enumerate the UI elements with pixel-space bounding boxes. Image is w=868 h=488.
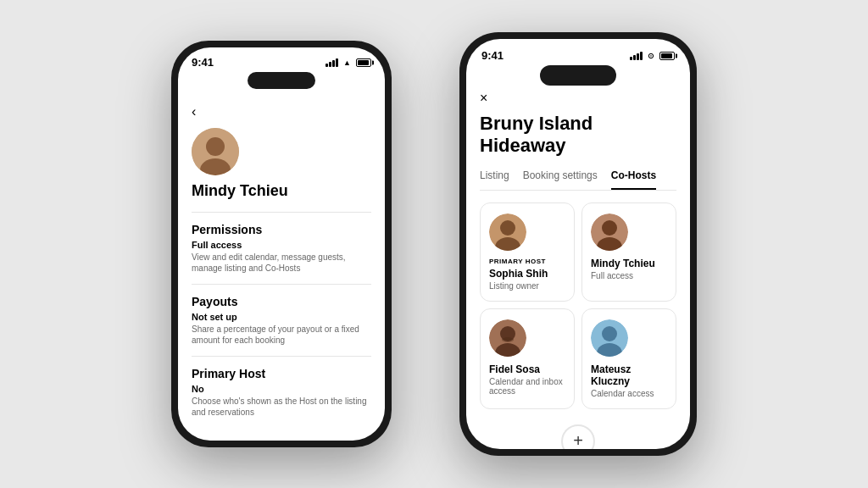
phones-container: 9:41 ▲	[146, 24, 722, 464]
tabs-container: Listing Booking settings Co-Hosts	[480, 169, 676, 191]
back-time: 9:41	[192, 56, 214, 69]
section-permissions-title: Permissions	[192, 223, 371, 236]
phone-front-screen: 9:41 ⊙ ×	[466, 39, 690, 449]
front-battery-icon	[659, 52, 675, 60]
cohost-name-fidel: Fidel Sosa	[489, 363, 565, 375]
section-payouts-title: Payouts	[192, 295, 371, 308]
front-dynamic-island	[540, 65, 616, 86]
tab-cohosts[interactable]: Co-Hosts	[611, 169, 656, 190]
avatar-fidel	[489, 319, 526, 357]
close-button[interactable]: ×	[480, 91, 676, 106]
phone-back: 9:41 ▲	[171, 41, 392, 447]
cohost-name-mindy: Mindy Tchieu	[591, 258, 667, 269]
section-primaryhost-desc: Choose who's shown as the Host on the li…	[192, 396, 371, 418]
front-status-icons: ⊙	[630, 52, 675, 60]
wifi-icon: ▲	[343, 58, 351, 67]
battery-icon	[356, 58, 371, 67]
svg-point-2	[206, 137, 225, 156]
front-status-bar: 9:41 ⊙	[466, 39, 690, 65]
svg-point-13	[502, 337, 514, 342]
cohost-role-mindy: Full access	[591, 271, 667, 280]
back-chevron-icon[interactable]: ‹	[192, 104, 196, 119]
add-cohost-button[interactable]: +	[561, 424, 595, 449]
avatar-sophia	[489, 214, 526, 251]
back-person-name: Mindy Tchieu	[192, 182, 371, 200]
svg-point-5	[500, 220, 515, 236]
cohost-card-mindy[interactable]: Mindy Tchieu Full access	[581, 202, 676, 302]
back-status-icons: ▲	[326, 58, 371, 67]
section-primaryhost-title: Primary Host	[192, 367, 371, 380]
front-content: × Bruny Island Hideaway Listing Booking …	[466, 91, 690, 449]
avatar-mateusz	[591, 319, 628, 357]
cohost-card-fidel[interactable]: Fidel Sosa Calendar and inbox access	[480, 308, 575, 409]
phone-back-screen: 9:41 ▲	[178, 47, 385, 441]
section-permissions-value: Full access	[192, 240, 371, 250]
avatar-mindy	[591, 214, 628, 251]
section-permissions-desc: View and edit calendar, message guests, …	[192, 252, 371, 274]
dynamic-island	[248, 72, 315, 89]
front-wifi-icon: ⊙	[648, 52, 654, 60]
back-avatar	[192, 128, 239, 175]
section-payouts-desc: Share a percentage of your payout or a f…	[192, 324, 371, 346]
front-time: 9:41	[481, 49, 504, 62]
cohost-role-fidel: Calendar and inbox access	[489, 377, 565, 396]
svg-point-8	[602, 220, 617, 236]
listing-title: Bruny Island Hideaway	[480, 113, 676, 158]
cohost-name-mateusz: Mateusz Kluczny	[591, 363, 667, 387]
cohost-card-sophia[interactable]: PRIMARY HOST Sophia Shih Listing owner	[480, 202, 575, 302]
cohosts-grid: PRIMARY HOST Sophia Shih Listing owner	[480, 202, 676, 409]
divider-3	[192, 356, 371, 357]
phone-front: 9:41 ⊙ ×	[459, 32, 697, 456]
divider-2	[192, 284, 371, 285]
back-content: ‹ Mindy Tch	[178, 92, 385, 418]
back-status-bar: 9:41 ▲	[178, 47, 385, 72]
divider-1	[192, 212, 371, 213]
back-nav[interactable]: ‹	[192, 99, 371, 128]
front-signal-icon	[630, 52, 643, 60]
signal-icon	[326, 58, 338, 67]
tab-booking-settings[interactable]: Booking settings	[523, 169, 598, 190]
cohost-role-mateusz: Calendar access	[591, 389, 667, 398]
primary-host-badge: PRIMARY HOST	[489, 258, 565, 265]
tab-listing[interactable]: Listing	[480, 169, 509, 190]
cohost-role-sophia: Listing owner	[489, 281, 565, 291]
section-payouts-value: Not set up	[192, 312, 371, 322]
section-primaryhost-value: No	[192, 384, 371, 394]
svg-point-15	[602, 326, 617, 341]
cohost-name-sophia: Sophia Shih	[489, 268, 565, 280]
cohost-card-mateusz[interactable]: Mateusz Kluczny Calendar access	[581, 308, 676, 409]
